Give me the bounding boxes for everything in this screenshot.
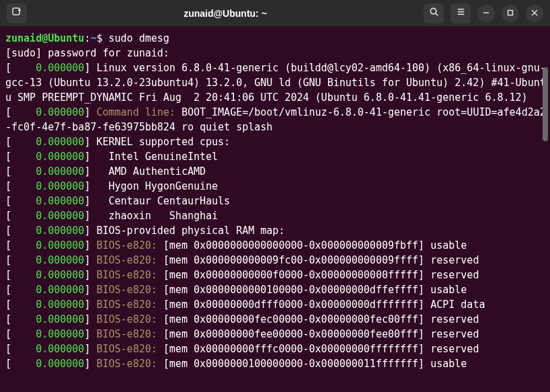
dmesg-seg: [ (5, 313, 11, 325)
dmesg-seg: 0.000000 (11, 299, 84, 311)
dmesg-seg: BIOS-e820: (96, 254, 157, 266)
dmesg-line: [ 0.000000] AMD AuthenticAMD (5, 164, 545, 179)
dmesg-seg: 0.000000 (11, 328, 84, 340)
dmesg-line: [ 0.000000] Command line: BOOT_IMAGE=/bo… (5, 105, 545, 120)
minimize-icon (483, 6, 489, 21)
close-button[interactable] (526, 5, 543, 22)
dmesg-seg: ] (84, 62, 96, 74)
dmesg-seg: 0.000000 (11, 254, 84, 266)
prompt-line: zunaid@Ubuntu:~$ sudo dmesg (5, 31, 545, 46)
dmesg-line: [ 0.000000] BIOS-e820: [mem 0x00000000ff… (5, 342, 545, 356)
dmesg-seg: AMD AuthenticAMD (96, 165, 206, 178)
dmesg-seg: [mem 0x00000000fec00000-0x00000000fec00f… (157, 313, 479, 325)
dmesg-seg: [mem 0x00000000fee00000-0x00000000fee00f… (157, 328, 479, 340)
svg-rect-9 (508, 10, 513, 15)
dmesg-seg: Hygon HygonGenuine (96, 180, 218, 192)
dmesg-seg: 0.000000 (11, 358, 84, 370)
dmesg-seg: 0.000000 (11, 284, 84, 296)
dmesg-seg: ] (84, 284, 96, 296)
dmesg-seg: BIOS-e820: (96, 299, 157, 311)
dmesg-seg: 0.000000 (11, 195, 84, 207)
svg-point-3 (430, 8, 436, 13)
dmesg-seg: BIOS-e820: (96, 313, 157, 325)
dmesg-seg: [ (5, 343, 11, 355)
minimize-button[interactable] (477, 5, 495, 22)
titlebar-left (7, 3, 27, 24)
dmesg-seg: ] (84, 106, 96, 118)
terminal-area[interactable]: zunaid@Ubuntu:~$ sudo dmesg[sudo] passwo… (0, 27, 550, 392)
dmesg-line: [ 0.000000] KERNEL supported cpus: (5, 134, 545, 149)
search-button[interactable] (424, 3, 444, 24)
dmesg-seg: BIOS-e820: (96, 284, 157, 296)
dmesg-line: [ 0.000000] BIOS-e820: [mem 0x0000000100… (5, 356, 545, 371)
sudo-text: [sudo] password for zunaid: (5, 47, 169, 59)
dmesg-seg: ] (84, 254, 96, 266)
dmesg-seg: [ (5, 299, 11, 311)
command: sudo dmesg (109, 32, 169, 44)
dmesg-seg: [ (5, 195, 11, 207)
dmesg-seg: 0.000000 (11, 225, 84, 237)
dmesg-seg: BIOS-e820: (96, 343, 157, 355)
new-tab-button[interactable] (7, 3, 27, 24)
prompt-user: zunaid@Ubuntu (5, 32, 84, 44)
dmesg-seg: [ (5, 165, 11, 178)
sudo-prompt: [sudo] password for zunaid: (5, 46, 545, 61)
dmesg-line: [ 0.000000] BIOS-provided physical RAM m… (5, 223, 545, 238)
dmesg-seg: [ (5, 328, 11, 340)
dmesg-seg: ] (84, 328, 96, 340)
maximize-icon (507, 6, 514, 21)
dmesg-line: [ 0.000000] BIOS-e820: [mem 0x00000000df… (5, 297, 545, 312)
svg-rect-0 (13, 8, 19, 15)
dmesg-seg: zhaoxin Shanghai (96, 210, 218, 222)
menu-button[interactable] (450, 3, 471, 24)
dmesg-line: [ 0.000000] BIOS-e820: [mem 0x00000000fe… (5, 312, 545, 327)
close-icon (531, 6, 538, 21)
dmesg-seg: [ (5, 239, 11, 251)
dmesg-seg: 0.000000 (11, 106, 84, 118)
dmesg-line: [ 0.000000] BIOS-e820: [mem 0x0000000000… (5, 253, 545, 268)
dmesg-seg: ] (84, 210, 96, 222)
dmesg-seg: BIOS-e820: (96, 328, 157, 340)
dmesg-seg: [ (5, 151, 11, 163)
menu-icon (456, 6, 466, 21)
dmesg-line: u SMP PREEMPT_DYNAMIC Fri Aug 2 20:41:06… (5, 90, 545, 105)
dmesg-seg: -fc0f-4e7f-ba87-fe63975bb824 ro quiet sp… (5, 121, 272, 133)
dmesg-line: [ 0.000000] BIOS-e820: [mem 0x00000000fe… (5, 327, 545, 342)
dmesg-seg: 0.000000 (11, 62, 84, 74)
terminal-content: zunaid@Ubuntu:~$ sudo dmesg[sudo] passwo… (5, 31, 545, 371)
dmesg-seg: [mem 0x0000000000100000-0x00000000dffeff… (157, 284, 467, 296)
search-icon (429, 6, 439, 21)
dmesg-seg: gcc-13 (Ubuntu 13.2.0-23ubuntu4) 13.2.0,… (5, 77, 546, 89)
dmesg-seg: Intel GenuineIntel (96, 151, 218, 163)
dmesg-seg: [mem 0x0000000100000000-0x000000011fffff… (157, 358, 467, 370)
dmesg-seg: BIOS-e820: (96, 239, 157, 251)
dmesg-seg: ] (84, 343, 96, 355)
dmesg-line: [ 0.000000] Linux version 6.8.0-41-gener… (5, 61, 545, 75)
maximize-button[interactable] (502, 5, 519, 22)
dmesg-line: [ 0.000000] BIOS-e820: [mem 0x0000000000… (5, 238, 545, 253)
dmesg-seg: ] (84, 225, 96, 237)
window-title: zunaid@Ubuntu: ~ (27, 6, 424, 21)
dmesg-line: -fc0f-4e7f-ba87-fe63975bb824 ro quiet sp… (5, 120, 545, 134)
dmesg-seg: [ (5, 180, 11, 192)
dmesg-seg: 0.000000 (11, 136, 84, 148)
dmesg-seg: 0.000000 (11, 210, 84, 222)
dmesg-seg: Centaur CentaurHauls (96, 195, 230, 207)
scrollbar-thumb[interactable] (543, 67, 548, 141)
dmesg-seg: ] (84, 136, 96, 148)
dmesg-seg: ] (84, 165, 96, 178)
dmesg-seg: Linux version 6.8.0-41-generic (buildd@l… (96, 62, 545, 74)
dmesg-seg: ] (84, 180, 96, 192)
dmesg-seg: ] (84, 151, 96, 163)
titlebar: zunaid@Ubuntu: ~ (0, 0, 550, 27)
dmesg-seg: ] (84, 195, 96, 207)
dmesg-seg: [ (5, 284, 11, 296)
dmesg-seg: [ (5, 210, 11, 222)
dmesg-line: [ 0.000000] zhaoxin Shanghai (5, 208, 545, 223)
dmesg-seg: BIOS-provided physical RAM map: (96, 225, 284, 237)
dmesg-seg: [ (5, 225, 11, 237)
dmesg-seg: [mem 0x00000000000f0000-0x00000000000fff… (157, 269, 479, 281)
dmesg-line: [ 0.000000] BIOS-e820: [mem 0x0000000000… (5, 282, 545, 297)
dmesg-seg: [mem 0x0000000000000000-0x000000000009fb… (157, 239, 467, 251)
dmesg-seg: 0.000000 (11, 313, 84, 325)
